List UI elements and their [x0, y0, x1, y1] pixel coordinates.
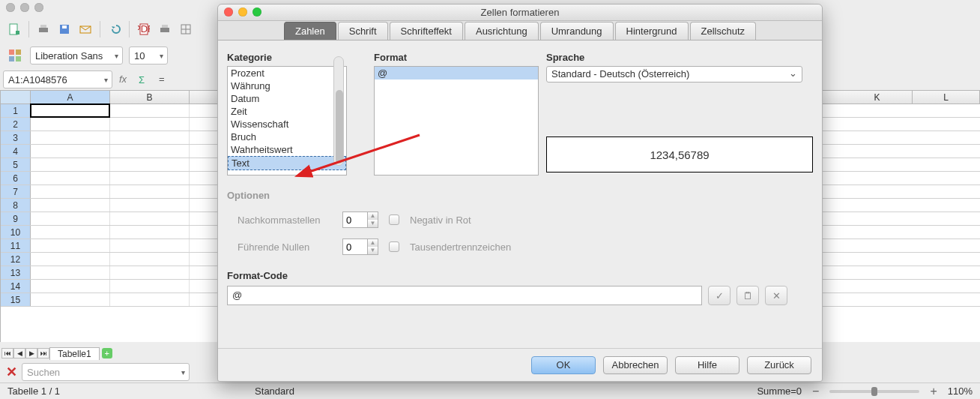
- row-header[interactable]: 2: [1, 118, 31, 130]
- svg-rect-5: [62, 26, 67, 28]
- stepper-down-icon[interactable]: ▼: [368, 247, 378, 254]
- list-item[interactable]: Datum: [228, 92, 346, 105]
- font-name-combo[interactable]: Liberation Sans: [30, 46, 123, 64]
- sum-icon[interactable]: Σ: [135, 71, 151, 88]
- zoom-minus-icon[interactable]: −: [812, 385, 819, 398]
- function-wizard-icon[interactable]: fx: [115, 71, 132, 88]
- list-item[interactable]: @: [375, 67, 538, 80]
- row-header[interactable]: 6: [1, 172, 31, 184]
- tab-nav-prev-icon[interactable]: ◀: [13, 348, 25, 358]
- stepper-up-icon[interactable]: ▲: [368, 212, 378, 220]
- tab-nav-first-icon[interactable]: ⏮: [1, 348, 13, 358]
- style-palette-icon[interactable]: [6, 46, 24, 64]
- col-header[interactable]: K: [842, 91, 913, 104]
- list-item[interactable]: Prozent: [228, 67, 346, 80]
- stepper-up-icon[interactable]: ▲: [368, 239, 378, 247]
- row-header[interactable]: 10: [1, 226, 31, 238]
- kategorie-listbox[interactable]: Prozent Währung Datum Zeit Wissenschaft …: [227, 66, 347, 176]
- tab-hintergrund[interactable]: Hintergrund: [615, 22, 689, 40]
- dialog-close-icon[interactable]: [224, 8, 233, 16]
- row-header[interactable]: 14: [1, 280, 31, 292]
- svg-rect-2: [39, 28, 48, 32]
- help-button[interactable]: Hilfe: [675, 356, 739, 374]
- row-header[interactable]: 1: [1, 104, 31, 117]
- dialog-tabstrip: Zahlen Schrift Schrifteffekt Ausrichtung…: [218, 21, 822, 40]
- window-traffic-lights: [6, 3, 43, 12]
- grid-icon[interactable]: [178, 21, 194, 38]
- back-button[interactable]: Zurück: [747, 356, 811, 374]
- pdf-icon[interactable]: PDF: [136, 21, 152, 38]
- find-input[interactable]: Suchen: [22, 363, 190, 381]
- traffic-min-icon[interactable]: [20, 3, 29, 12]
- formatcode-note-icon[interactable]: 🗒: [736, 286, 759, 305]
- close-findbar-icon[interactable]: ✕: [6, 364, 17, 380]
- traffic-close-icon[interactable]: [6, 3, 15, 12]
- zoom-slider[interactable]: [829, 390, 919, 393]
- col-header[interactable]: B: [110, 91, 190, 104]
- traffic-max-icon[interactable]: [34, 3, 43, 12]
- row-header[interactable]: 5: [1, 158, 31, 171]
- formatcode-input[interactable]: @: [227, 286, 702, 305]
- list-item[interactable]: Wissenschaft: [228, 118, 346, 130]
- svg-text:=: =: [159, 74, 165, 85]
- zoom-plus-icon[interactable]: +: [930, 385, 937, 398]
- formatcode-delete-icon[interactable]: ✕: [765, 286, 787, 305]
- cell-reference-input[interactable]: A1:A1048576: [3, 70, 112, 88]
- stepper-down-icon[interactable]: ▼: [368, 220, 378, 227]
- status-sum: Summe=0: [757, 386, 802, 397]
- tausendertrennzeichen-checkbox[interactable]: [389, 242, 399, 252]
- zoom-percent[interactable]: 110%: [948, 386, 973, 397]
- tab-schrift[interactable]: Schrift: [338, 22, 388, 40]
- row-header[interactable]: 8: [1, 199, 31, 212]
- tab-schrifteffekt[interactable]: Schrifteffekt: [390, 22, 463, 40]
- sheet-tab[interactable]: Tabelle1: [49, 347, 100, 360]
- row-header[interactable]: 9: [1, 212, 31, 225]
- row-header[interactable]: 11: [1, 239, 31, 252]
- nachkommastellen-input[interactable]: [342, 212, 368, 228]
- tab-nav-last-icon[interactable]: ⏭: [37, 348, 49, 358]
- row-header[interactable]: 4: [1, 145, 31, 158]
- font-size-combo[interactable]: 10: [129, 46, 168, 64]
- row-header[interactable]: 12: [1, 253, 31, 266]
- formatcode-apply-icon[interactable]: ✓: [708, 286, 731, 305]
- nachkommastellen-stepper[interactable]: ▲▼: [342, 212, 378, 228]
- tab-zellschutz[interactable]: Zellschutz: [690, 22, 757, 40]
- dialog-zoom-icon[interactable]: [252, 8, 261, 16]
- ok-button[interactable]: OK: [531, 356, 596, 374]
- save-icon[interactable]: [56, 21, 73, 38]
- cancel-button[interactable]: Abbrechen: [603, 356, 668, 374]
- select-all-corner[interactable]: [1, 91, 31, 104]
- col-header[interactable]: A: [31, 91, 110, 104]
- list-item[interactable]: Währung: [228, 80, 346, 92]
- dialog-min-icon[interactable]: [238, 8, 247, 16]
- format-listbox[interactable]: @: [374, 66, 539, 176]
- new-doc-icon[interactable]: [6, 21, 22, 38]
- row-header[interactable]: 3: [1, 131, 31, 144]
- fuehrende-nullen-input[interactable]: [342, 238, 368, 255]
- row-header[interactable]: 15: [1, 293, 31, 306]
- undo-icon[interactable]: [106, 21, 123, 38]
- main-toolbar: PDF: [6, 21, 194, 38]
- negativ-in-rot-checkbox[interactable]: [389, 214, 399, 225]
- list-item-selected[interactable]: Text: [228, 156, 346, 170]
- add-sheet-icon[interactable]: +: [102, 348, 112, 358]
- sprache-combo[interactable]: Standard - Deutsch (Österreich): [546, 66, 802, 82]
- fuehrende-nullen-stepper[interactable]: ▲▼: [342, 238, 378, 255]
- kategorie-scrollbar[interactable]: [333, 56, 344, 166]
- formula-equals-icon[interactable]: =: [154, 71, 171, 88]
- tab-zahlen[interactable]: Zahlen: [284, 22, 336, 40]
- negativ-in-rot-label: Negativ in Rot: [410, 214, 471, 226]
- col-header[interactable]: L: [913, 91, 980, 104]
- list-item[interactable]: Wahrheitswert: [228, 143, 346, 156]
- list-item[interactable]: Zeit: [228, 105, 346, 118]
- tab-ausrichtung[interactable]: Ausrichtung: [465, 22, 539, 40]
- row-header[interactable]: 7: [1, 185, 31, 198]
- mail-icon[interactable]: [77, 21, 94, 38]
- tab-umrandung[interactable]: Umrandung: [540, 22, 614, 40]
- print2-icon[interactable]: [157, 21, 173, 38]
- dialog-titlebar[interactable]: Zellen formatieren: [218, 4, 822, 21]
- print-icon[interactable]: [35, 21, 52, 38]
- list-item[interactable]: Bruch: [228, 130, 346, 143]
- row-header[interactable]: 13: [1, 266, 31, 279]
- tab-nav-next-icon[interactable]: ▶: [25, 348, 37, 358]
